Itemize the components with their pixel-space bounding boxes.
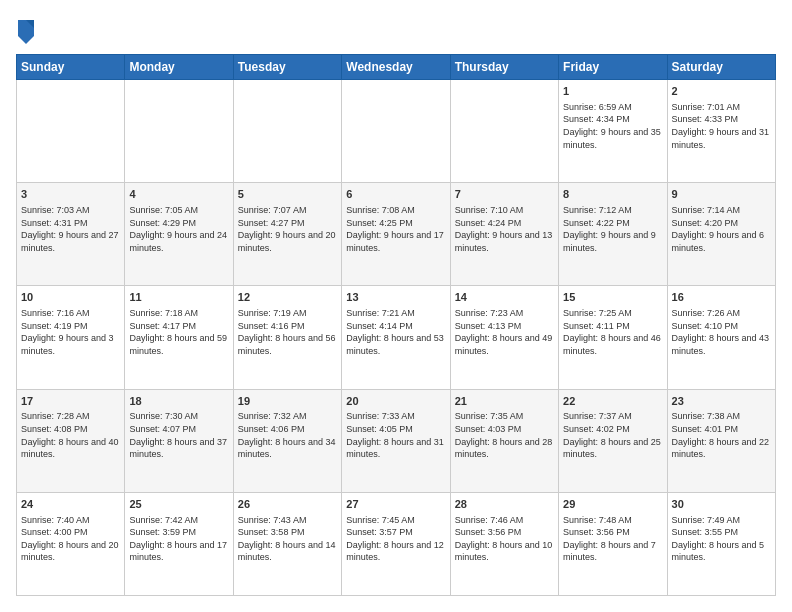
calendar-day-2: 2Sunrise: 7:01 AM Sunset: 4:33 PM Daylig… <box>667 80 775 183</box>
calendar-day-16: 16Sunrise: 7:26 AM Sunset: 4:10 PM Dayli… <box>667 286 775 389</box>
weekday-header-sunday: Sunday <box>17 55 125 80</box>
day-info: Sunrise: 7:10 AM Sunset: 4:24 PM Dayligh… <box>455 204 554 254</box>
day-info: Sunrise: 7:12 AM Sunset: 4:22 PM Dayligh… <box>563 204 662 254</box>
day-number: 2 <box>672 84 771 99</box>
calendar-week-row: 10Sunrise: 7:16 AM Sunset: 4:19 PM Dayli… <box>17 286 776 389</box>
calendar-day-10: 10Sunrise: 7:16 AM Sunset: 4:19 PM Dayli… <box>17 286 125 389</box>
day-number: 19 <box>238 394 337 409</box>
day-number: 15 <box>563 290 662 305</box>
day-info: Sunrise: 7:40 AM Sunset: 4:00 PM Dayligh… <box>21 514 120 564</box>
day-number: 22 <box>563 394 662 409</box>
calendar-table: SundayMondayTuesdayWednesdayThursdayFrid… <box>16 54 776 596</box>
calendar-week-row: 17Sunrise: 7:28 AM Sunset: 4:08 PM Dayli… <box>17 389 776 492</box>
day-info: Sunrise: 7:18 AM Sunset: 4:17 PM Dayligh… <box>129 307 228 357</box>
day-number: 11 <box>129 290 228 305</box>
day-info: Sunrise: 7:49 AM Sunset: 3:55 PM Dayligh… <box>672 514 771 564</box>
calendar-day-6: 6Sunrise: 7:08 AM Sunset: 4:25 PM Daylig… <box>342 183 450 286</box>
day-number: 25 <box>129 497 228 512</box>
calendar-day-4: 4Sunrise: 7:05 AM Sunset: 4:29 PM Daylig… <box>125 183 233 286</box>
day-number: 7 <box>455 187 554 202</box>
calendar-week-row: 24Sunrise: 7:40 AM Sunset: 4:00 PM Dayli… <box>17 492 776 595</box>
day-number: 4 <box>129 187 228 202</box>
day-number: 3 <box>21 187 120 202</box>
calendar-day-27: 27Sunrise: 7:45 AM Sunset: 3:57 PM Dayli… <box>342 492 450 595</box>
calendar-body: 1Sunrise: 6:59 AM Sunset: 4:34 PM Daylig… <box>17 80 776 596</box>
day-number: 24 <box>21 497 120 512</box>
calendar-empty-cell <box>450 80 558 183</box>
calendar-week-row: 3Sunrise: 7:03 AM Sunset: 4:31 PM Daylig… <box>17 183 776 286</box>
calendar-day-3: 3Sunrise: 7:03 AM Sunset: 4:31 PM Daylig… <box>17 183 125 286</box>
day-number: 23 <box>672 394 771 409</box>
day-number: 21 <box>455 394 554 409</box>
day-number: 14 <box>455 290 554 305</box>
day-info: Sunrise: 7:42 AM Sunset: 3:59 PM Dayligh… <box>129 514 228 564</box>
day-info: Sunrise: 7:43 AM Sunset: 3:58 PM Dayligh… <box>238 514 337 564</box>
weekday-header-wednesday: Wednesday <box>342 55 450 80</box>
day-info: Sunrise: 7:21 AM Sunset: 4:14 PM Dayligh… <box>346 307 445 357</box>
calendar-day-15: 15Sunrise: 7:25 AM Sunset: 4:11 PM Dayli… <box>559 286 667 389</box>
day-number: 5 <box>238 187 337 202</box>
calendar-header: SundayMondayTuesdayWednesdayThursdayFrid… <box>17 55 776 80</box>
day-number: 28 <box>455 497 554 512</box>
day-info: Sunrise: 7:46 AM Sunset: 3:56 PM Dayligh… <box>455 514 554 564</box>
calendar-day-19: 19Sunrise: 7:32 AM Sunset: 4:06 PM Dayli… <box>233 389 341 492</box>
logo <box>16 16 40 44</box>
day-info: Sunrise: 7:07 AM Sunset: 4:27 PM Dayligh… <box>238 204 337 254</box>
calendar-day-13: 13Sunrise: 7:21 AM Sunset: 4:14 PM Dayli… <box>342 286 450 389</box>
day-info: Sunrise: 7:05 AM Sunset: 4:29 PM Dayligh… <box>129 204 228 254</box>
calendar-day-9: 9Sunrise: 7:14 AM Sunset: 4:20 PM Daylig… <box>667 183 775 286</box>
calendar-empty-cell <box>125 80 233 183</box>
day-info: Sunrise: 7:03 AM Sunset: 4:31 PM Dayligh… <box>21 204 120 254</box>
day-number: 9 <box>672 187 771 202</box>
logo-icon <box>16 16 36 44</box>
weekday-header-saturday: Saturday <box>667 55 775 80</box>
day-info: Sunrise: 7:23 AM Sunset: 4:13 PM Dayligh… <box>455 307 554 357</box>
day-number: 26 <box>238 497 337 512</box>
calendar-day-22: 22Sunrise: 7:37 AM Sunset: 4:02 PM Dayli… <box>559 389 667 492</box>
day-number: 17 <box>21 394 120 409</box>
day-number: 20 <box>346 394 445 409</box>
calendar-day-23: 23Sunrise: 7:38 AM Sunset: 4:01 PM Dayli… <box>667 389 775 492</box>
day-info: Sunrise: 6:59 AM Sunset: 4:34 PM Dayligh… <box>563 101 662 151</box>
page: SundayMondayTuesdayWednesdayThursdayFrid… <box>0 0 792 612</box>
calendar-day-12: 12Sunrise: 7:19 AM Sunset: 4:16 PM Dayli… <box>233 286 341 389</box>
calendar-day-25: 25Sunrise: 7:42 AM Sunset: 3:59 PM Dayli… <box>125 492 233 595</box>
day-number: 1 <box>563 84 662 99</box>
calendar-day-8: 8Sunrise: 7:12 AM Sunset: 4:22 PM Daylig… <box>559 183 667 286</box>
day-info: Sunrise: 7:35 AM Sunset: 4:03 PM Dayligh… <box>455 410 554 460</box>
calendar-day-5: 5Sunrise: 7:07 AM Sunset: 4:27 PM Daylig… <box>233 183 341 286</box>
day-info: Sunrise: 7:48 AM Sunset: 3:56 PM Dayligh… <box>563 514 662 564</box>
weekday-header-friday: Friday <box>559 55 667 80</box>
day-info: Sunrise: 7:25 AM Sunset: 4:11 PM Dayligh… <box>563 307 662 357</box>
weekday-header-tuesday: Tuesday <box>233 55 341 80</box>
calendar-empty-cell <box>233 80 341 183</box>
calendar-day-20: 20Sunrise: 7:33 AM Sunset: 4:05 PM Dayli… <box>342 389 450 492</box>
day-number: 18 <box>129 394 228 409</box>
day-number: 8 <box>563 187 662 202</box>
calendar-day-17: 17Sunrise: 7:28 AM Sunset: 4:08 PM Dayli… <box>17 389 125 492</box>
calendar-day-29: 29Sunrise: 7:48 AM Sunset: 3:56 PM Dayli… <box>559 492 667 595</box>
calendar-day-28: 28Sunrise: 7:46 AM Sunset: 3:56 PM Dayli… <box>450 492 558 595</box>
calendar-day-26: 26Sunrise: 7:43 AM Sunset: 3:58 PM Dayli… <box>233 492 341 595</box>
day-info: Sunrise: 7:14 AM Sunset: 4:20 PM Dayligh… <box>672 204 771 254</box>
day-info: Sunrise: 7:28 AM Sunset: 4:08 PM Dayligh… <box>21 410 120 460</box>
day-info: Sunrise: 7:33 AM Sunset: 4:05 PM Dayligh… <box>346 410 445 460</box>
day-number: 6 <box>346 187 445 202</box>
day-number: 13 <box>346 290 445 305</box>
weekday-header-thursday: Thursday <box>450 55 558 80</box>
calendar-day-11: 11Sunrise: 7:18 AM Sunset: 4:17 PM Dayli… <box>125 286 233 389</box>
day-info: Sunrise: 7:45 AM Sunset: 3:57 PM Dayligh… <box>346 514 445 564</box>
header <box>16 16 776 44</box>
day-info: Sunrise: 7:30 AM Sunset: 4:07 PM Dayligh… <box>129 410 228 460</box>
calendar-day-7: 7Sunrise: 7:10 AM Sunset: 4:24 PM Daylig… <box>450 183 558 286</box>
calendar-day-30: 30Sunrise: 7:49 AM Sunset: 3:55 PM Dayli… <box>667 492 775 595</box>
day-number: 12 <box>238 290 337 305</box>
day-info: Sunrise: 7:19 AM Sunset: 4:16 PM Dayligh… <box>238 307 337 357</box>
calendar-day-1: 1Sunrise: 6:59 AM Sunset: 4:34 PM Daylig… <box>559 80 667 183</box>
day-number: 27 <box>346 497 445 512</box>
calendar-day-21: 21Sunrise: 7:35 AM Sunset: 4:03 PM Dayli… <box>450 389 558 492</box>
day-number: 30 <box>672 497 771 512</box>
day-info: Sunrise: 7:16 AM Sunset: 4:19 PM Dayligh… <box>21 307 120 357</box>
day-number: 29 <box>563 497 662 512</box>
day-info: Sunrise: 7:08 AM Sunset: 4:25 PM Dayligh… <box>346 204 445 254</box>
